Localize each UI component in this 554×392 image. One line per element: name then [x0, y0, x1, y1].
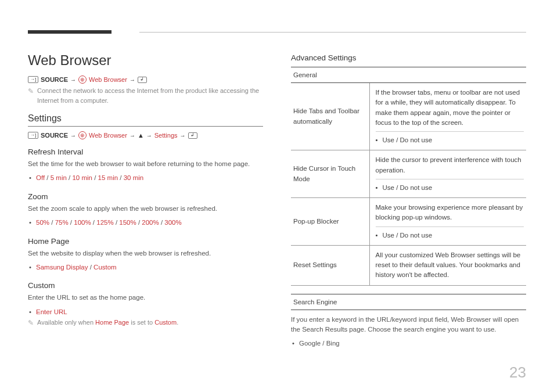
source-icon: →] [28, 76, 38, 83]
nav-web-browser: Web Browser [89, 132, 127, 139]
intro-note-text: Connect the network to access the Intern… [37, 86, 263, 105]
search-engine-table: Search Engine [291, 294, 526, 310]
settings-heading: Settings [28, 113, 263, 127]
table-row: Reset Settings All your customized Web B… [291, 245, 526, 285]
row-desc: All your customized Web Browser settings… [369, 245, 526, 285]
arrow-icon: → [70, 132, 76, 139]
page-title: Web Browser [28, 52, 263, 69]
home-heading: Home Page [28, 237, 263, 246]
refresh-heading: Refresh Interval [28, 148, 263, 156]
advanced-table: General Hide Tabs and Toolbar automatica… [291, 67, 526, 286]
up-caret-icon: ▲ [138, 132, 144, 139]
refresh-desc: Set the time for the web browser to wait… [28, 159, 263, 169]
home-options: Samsung Display / Custom [28, 262, 263, 274]
advanced-heading: Advanced Settings [291, 53, 526, 62]
header-rule [139, 32, 526, 33]
table-row: Hide Tabs and Toolbar automatically If t… [291, 83, 526, 150]
search-engine-options: Google / Bing [291, 338, 526, 350]
arrow-icon: → [129, 77, 135, 83]
custom-desc: Enter the URL to set as the home page. [28, 293, 263, 303]
zoom-heading: Zoom [28, 192, 263, 201]
refresh-options: Off / 5 min / 10 min / 15 min / 30 min [28, 172, 263, 184]
source-label: SOURCE [41, 76, 68, 83]
custom-heading: Custom [28, 281, 263, 290]
row-label: Hide Tabs and Toolbar automatically [291, 83, 369, 150]
custom-note: ✎ Available only when Home Page is set t… [28, 318, 263, 328]
search-engine-desc: If you enter a keyword in the URL/keywor… [291, 315, 526, 335]
table-row: Hide Cursor in Touch Mode Hide the curso… [291, 150, 526, 198]
search-engine-header: Search Engine [291, 294, 526, 310]
arrow-icon: → [146, 132, 152, 139]
globe-icon: ⊕ [78, 131, 87, 139]
table-row: Pop-up Blocker Make your browsing experi… [291, 198, 526, 246]
page-number: 23 [509, 364, 526, 382]
home-desc: Set the website to display when the web … [28, 249, 263, 258]
right-column: Advanced Settings General Hide Tabs and … [291, 52, 526, 350]
row-desc: Hide the cursor to prevent interference … [369, 150, 526, 198]
custom-option: Enter URL [28, 307, 263, 318]
intro-note: ✎ Connect the network to access the Inte… [28, 86, 263, 105]
arrow-icon: → [180, 132, 186, 139]
row-label: Pop-up Blocker [291, 198, 369, 246]
enter-icon: ↲ [138, 77, 147, 83]
row-label: Reset Settings [291, 245, 369, 285]
globe-icon: ⊕ [78, 75, 87, 84]
pen-icon: ✎ [28, 318, 34, 328]
arrow-icon: → [129, 132, 135, 139]
row-label: Hide Cursor in Touch Mode [291, 150, 369, 198]
row-desc: Make your browsing experience more pleas… [369, 198, 526, 246]
general-header: General [291, 67, 526, 83]
nav-web-browser: Web Browser [89, 76, 127, 83]
source-icon: →] [28, 132, 38, 139]
pen-icon: ✎ [28, 86, 34, 105]
zoom-desc: Set the zoom scale to apply when the web… [28, 204, 263, 214]
row-desc: If the browser tabs, menu or toolbar are… [369, 83, 526, 150]
enter-icon: ↲ [188, 132, 197, 139]
nav-settings: Settings [154, 132, 178, 139]
left-column: Web Browser →] SOURCE → ⊕ Web Browser → … [28, 52, 263, 350]
arrow-icon: → [70, 77, 76, 83]
zoom-options: 50% / 75% / 100% / 125% / 150% / 200% / … [28, 217, 263, 229]
nav-path-1: →] SOURCE → ⊕ Web Browser → ↲ [28, 75, 263, 84]
source-label: SOURCE [41, 132, 68, 139]
nav-path-2: →] SOURCE → ⊕ Web Browser → ▲ → Settings… [28, 131, 263, 139]
chapter-mark [28, 30, 111, 34]
